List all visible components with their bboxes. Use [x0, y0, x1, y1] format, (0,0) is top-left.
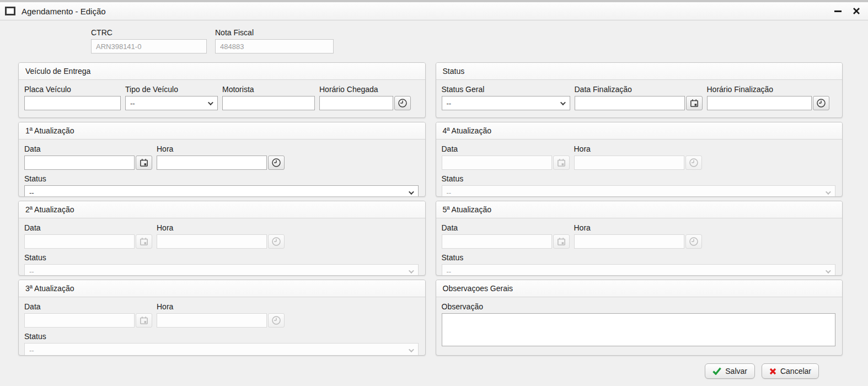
status-geral-label: Status Geral [442, 85, 570, 94]
panel-status-title: Status [436, 63, 843, 80]
panel-atualizacao-2-title: 2ª Atualização [19, 201, 425, 218]
horario-finalizacao-clock-button[interactable] [813, 96, 829, 110]
horario-finalizacao-input[interactable] [707, 96, 812, 110]
atualizacao-5-data-label: Data [442, 223, 570, 232]
calendar-icon [557, 158, 566, 167]
atualizacao-1-calendar-button[interactable] [136, 156, 152, 170]
atualizacao-5-data-input [442, 234, 552, 249]
horario-chegada-input[interactable] [319, 96, 393, 110]
placa-veiculo-input[interactable] [24, 96, 121, 110]
calendar-icon [140, 237, 148, 246]
atualizacao-1-status-select[interactable]: -- [24, 185, 419, 197]
atualizacao-5-hora-label: Hora [574, 223, 702, 232]
atualizacao-2-data-input [24, 234, 135, 249]
panel-status: Status Status Geral -- Data Finalização [436, 62, 843, 118]
minimize-button[interactable] [833, 6, 843, 16]
status-geral-select[interactable]: -- [442, 96, 570, 110]
document-header-fields: CTRC Nota Fiscal [0, 20, 868, 53]
clock-icon [271, 237, 281, 246]
tipo-veiculo-label: Tipo de Veículo [125, 85, 218, 94]
panel-atualizacao-4-title: 4ª Atualização [436, 122, 843, 140]
atualizacao-2-clock-button [268, 234, 285, 249]
chevron-down-icon [408, 189, 414, 195]
chevron-down-icon [408, 268, 414, 274]
atualizacao-3-hora-label: Hora [157, 302, 285, 311]
close-icon [853, 7, 860, 15]
atualizacao-1-hora-input[interactable] [157, 156, 267, 170]
calendar-icon [557, 237, 566, 246]
x-icon [769, 368, 776, 375]
atualizacao-4-status-select: -- [442, 185, 836, 197]
status-geral-selected-value: -- [447, 99, 452, 108]
chevron-down-icon [408, 347, 414, 352]
cancel-button-label: Cancelar [780, 367, 811, 376]
panel-atualizacao-4: 4ª Atualização Data Hora [436, 122, 843, 197]
atualizacao-4-hora-label: Hora [574, 144, 702, 153]
motorista-label: Motorista [222, 85, 315, 94]
cancel-button[interactable]: Cancelar [762, 363, 819, 379]
window-icon [5, 7, 15, 15]
panel-atualizacao-2: 2ª Atualização Data Hora [18, 201, 426, 276]
motorista-input[interactable] [222, 96, 315, 110]
atualizacao-1-data-input[interactable] [24, 156, 135, 170]
nota-fiscal-label: Nota Fiscal [215, 28, 334, 37]
atualizacao-2-hora-label: Hora [157, 223, 285, 232]
ctrc-field [91, 39, 207, 53]
panel-observacoes-title: Observaçoes Gerais [436, 280, 843, 297]
atualizacao-3-clock-button [268, 313, 285, 328]
atualizacao-3-status-selected-value: -- [29, 346, 34, 355]
panel-observacoes-gerais: Observaçoes Gerais Observação [436, 280, 843, 356]
atualizacao-5-calendar-button [553, 234, 570, 249]
atualizacao-1-status-selected-value: -- [29, 189, 34, 197]
data-finalizacao-calendar-button[interactable] [686, 96, 703, 110]
atualizacao-5-hora-input [574, 234, 684, 249]
horario-chegada-clock-button[interactable] [394, 96, 411, 110]
panel-atualizacao-5: 5ª Atualização Data Hora [436, 201, 843, 276]
observacao-textarea[interactable] [442, 313, 836, 346]
atualizacao-3-data-label: Data [24, 302, 152, 311]
atualizacao-4-clock-button [685, 156, 702, 170]
chevron-down-icon [826, 189, 831, 195]
chevron-down-icon [826, 268, 831, 274]
atualizacao-5-clock-button [685, 234, 702, 249]
calendar-icon [140, 158, 148, 167]
tipo-veiculo-selected-value: -- [130, 99, 135, 108]
atualizacao-4-status-label: Status [442, 174, 836, 183]
atualizacao-1-data-label: Data [24, 144, 152, 153]
atualizacao-1-clock-button[interactable] [268, 156, 285, 170]
save-button[interactable]: Salvar [705, 363, 755, 379]
horario-finalizacao-label: Horário Finalização [707, 85, 829, 94]
panel-atualizacao-3-title: 3ª Atualização [19, 280, 425, 297]
data-finalizacao-input[interactable] [575, 96, 685, 110]
panel-veiculo-entrega: Veículo de Entrega Placa Veículo Tipo de… [18, 62, 426, 118]
atualizacao-3-status-select: -- [24, 343, 419, 356]
ctrc-label: CTRC [91, 28, 207, 37]
action-bar: Salvar Cancelar [0, 363, 819, 379]
close-button[interactable] [851, 6, 861, 16]
data-finalizacao-label: Data Finalização [575, 85, 703, 94]
panel-veiculo-title: Veículo de Entrega [19, 63, 425, 80]
tipo-veiculo-select[interactable]: -- [125, 96, 218, 110]
atualizacao-5-status-selected-value: -- [447, 267, 452, 276]
placa-veiculo-label: Placa Veículo [24, 85, 121, 94]
panel-atualizacao-5-title: 5ª Atualização [436, 201, 843, 218]
atualizacao-5-status-select: -- [442, 264, 836, 276]
clock-icon [689, 237, 699, 246]
calendar-icon [690, 99, 699, 108]
panel-atualizacao-1: 1ª Atualização Data Hora [18, 122, 426, 197]
atualizacao-1-status-label: Status [24, 174, 419, 183]
clock-icon [271, 315, 281, 325]
atualizacao-2-status-label: Status [24, 253, 419, 262]
atualizacao-2-status-selected-value: -- [29, 267, 34, 276]
horario-chegada-label: Horário Chegada [319, 85, 411, 94]
atualizacao-1-hora-label: Hora [157, 144, 285, 153]
panel-atualizacao-3: 3ª Atualização Data Hora [18, 280, 426, 356]
atualizacao-2-data-label: Data [24, 223, 152, 232]
panel-atualizacao-1-title: 1ª Atualização [19, 122, 425, 140]
atualizacao-3-calendar-button [136, 313, 152, 328]
check-icon [712, 367, 721, 375]
atualizacao-4-status-selected-value: -- [447, 189, 452, 197]
calendar-icon [140, 316, 148, 325]
clock-icon [271, 158, 281, 168]
observacao-label: Observação [442, 302, 836, 311]
